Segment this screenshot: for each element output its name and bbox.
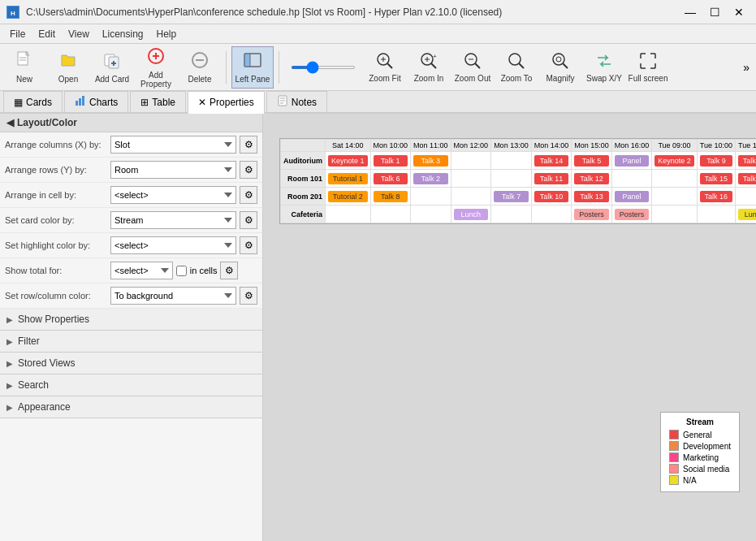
legend-label-general: General <box>683 431 712 439</box>
zoom-out-button[interactable]: Zoom Out <box>451 46 494 89</box>
in-cells-checkbox[interactable] <box>176 266 187 276</box>
left-pane-icon <box>243 50 262 73</box>
tab-charts[interactable]: Charts <box>64 91 128 112</box>
svg-text:+: + <box>433 53 437 60</box>
time-mon1300: Mon 13:00 <box>491 140 532 152</box>
legend-title: Stream <box>669 418 731 426</box>
row-col-color-gear[interactable]: ⚙ <box>240 287 257 305</box>
search-header[interactable]: ▶ Search <box>0 374 262 396</box>
card-talk5[interactable]: Talk 5 <box>574 155 609 167</box>
arrange-columns-select[interactable]: SlotRoomStream <box>110 136 236 154</box>
card-talk1[interactable]: Talk 1 <box>374 155 408 167</box>
stored-views-header[interactable]: ▶ Stored Views <box>0 353 262 374</box>
menu-edit[interactable]: Edit <box>32 27 62 41</box>
menu-file[interactable]: File <box>3 27 32 41</box>
arrange-rows-select[interactable]: RoomSlotStream <box>110 161 236 179</box>
add-card-button[interactable]: Add Card <box>91 46 133 89</box>
room-101: Room 101 <box>281 170 326 188</box>
card-panel-aud[interactable]: Panel <box>615 155 650 167</box>
card-talk9[interactable]: Talk 9 <box>700 155 732 167</box>
card-lunch2[interactable]: Lunch <box>738 209 756 220</box>
highlight-color-gear[interactable]: ⚙ <box>240 236 257 254</box>
cell: Tutorial 1 <box>326 170 371 188</box>
card-talk6[interactable]: Talk 6 <box>374 173 408 184</box>
card-posters2[interactable]: Posters <box>615 209 650 220</box>
card-talk13[interactable]: Talk 13 <box>574 191 609 202</box>
cell: Keynote 2 <box>652 152 698 170</box>
highlight-color-select[interactable]: <select> <box>110 236 236 254</box>
right-panel: Sat 14:00 Mon 10:00 Mon 11:00 Mon 12:00 … <box>263 114 756 541</box>
swap-xy-button[interactable]: Swap X/Y <box>583 46 625 89</box>
card-talk10[interactable]: Talk 10 <box>534 191 569 202</box>
zoom-fit-button[interactable]: Zoom Fit <box>364 46 406 89</box>
schedule-table: Sat 14:00 Mon 10:00 Mon 11:00 Mon 12:00 … <box>280 139 756 223</box>
show-total-row: Show total for: <select> in cells ⚙ <box>0 258 262 283</box>
show-total-gear[interactable]: ⚙ <box>220 262 238 279</box>
open-button[interactable]: Open <box>47 46 89 89</box>
card-tutorial2[interactable]: Tutorial 2 <box>328 191 368 202</box>
row-col-color-select[interactable]: To background <box>110 287 236 305</box>
tab-table[interactable]: ⊞ Table <box>130 91 186 112</box>
card-talk16[interactable]: Talk 16 <box>700 191 732 202</box>
maximize-button[interactable]: ☐ <box>704 4 725 20</box>
cell: Talk 6 <box>370 170 411 188</box>
room-201: Room 201 <box>281 188 326 206</box>
arrange-cell-select[interactable]: <select> <box>110 186 236 204</box>
svg-line-27 <box>475 63 480 68</box>
arrange-cell-gear[interactable]: ⚙ <box>240 186 257 204</box>
card-talk2[interactable]: Talk 2 <box>413 173 448 184</box>
card-color-gear[interactable]: ⚙ <box>240 211 257 229</box>
menu-view[interactable]: View <box>62 27 96 41</box>
arrange-columns-gear[interactable]: ⚙ <box>240 136 257 154</box>
card-talk12[interactable]: Talk 12 <box>574 173 609 184</box>
zoom-to-button[interactable]: Zoom To <box>495 46 538 89</box>
add-property-icon <box>146 46 166 69</box>
card-talk11[interactable]: Talk 11 <box>534 173 569 184</box>
card-talk7[interactable]: Talk 7 <box>494 191 529 202</box>
legend-color-marketing <box>669 452 679 462</box>
arrange-rows-gear[interactable]: ⚙ <box>240 161 257 179</box>
arrange-rows-control: RoomSlotStream ⚙ <box>110 161 257 179</box>
delete-button[interactable]: Delete <box>179 46 221 89</box>
card-talk3[interactable]: Talk 3 <box>413 155 448 167</box>
card-color-select[interactable]: Stream<select> <box>110 211 236 229</box>
tab-notes-label: Notes <box>292 97 317 108</box>
tab-notes[interactable]: Notes <box>266 91 327 112</box>
card-talk14a[interactable]: Talk 14 <box>534 155 569 167</box>
card-panel-201[interactable]: Panel <box>615 191 650 202</box>
zoom-slider[interactable] <box>291 66 356 69</box>
appearance-header[interactable]: ▶ Appearance <box>0 396 262 418</box>
close-button[interactable]: ✕ <box>728 4 750 20</box>
card-talk17[interactable]: Talk 17 <box>738 173 756 184</box>
fullscreen-button[interactable]: Full screen <box>627 46 669 89</box>
card-keynote1[interactable]: Keynote 1 <box>328 155 368 167</box>
tab-cards[interactable]: ▦ Cards <box>3 91 63 112</box>
show-properties-header[interactable]: ▶ Show Properties <box>0 309 262 330</box>
card-posters1[interactable]: Posters <box>574 209 609 220</box>
card-talk15[interactable]: Talk 15 <box>700 173 732 184</box>
filter-header[interactable]: ▶ Filter <box>0 331 262 352</box>
left-pane-button[interactable]: Left Pane <box>231 46 274 89</box>
cell <box>531 206 572 223</box>
magnify-button[interactable]: Magnify <box>539 46 581 89</box>
menu-licensing[interactable]: Licensing <box>96 27 150 41</box>
tab-properties[interactable]: ✕ Properties <box>188 91 265 114</box>
card-color-row: Set card color by: Stream<select> ⚙ <box>0 208 262 233</box>
toolbar-expand[interactable]: » <box>740 58 753 77</box>
zoom-in-button[interactable]: + Zoom In <box>408 46 450 89</box>
minimize-button[interactable]: — <box>680 4 701 20</box>
card-lunch1[interactable]: Lunch <box>454 209 489 220</box>
legend-general: General <box>669 430 731 439</box>
card-tutorial1[interactable]: Tutorial 1 <box>328 173 368 184</box>
filter-arrow: ▶ <box>6 337 13 346</box>
show-total-select[interactable]: <select> <box>110 262 173 279</box>
cards-icon: ▦ <box>14 97 23 108</box>
add-card-icon <box>102 50 122 73</box>
menu-help[interactable]: Help <box>150 27 184 41</box>
card-talk8[interactable]: Talk 8 <box>374 191 408 202</box>
card-talk14b[interactable]: Talk 14 <box>738 155 756 167</box>
add-property-button[interactable]: Add Property <box>135 46 177 89</box>
card-keynote2[interactable]: Keynote 2 <box>654 155 694 167</box>
new-button[interactable]: New <box>3 46 45 89</box>
time-sat1400: Sat 14:00 <box>326 140 371 152</box>
